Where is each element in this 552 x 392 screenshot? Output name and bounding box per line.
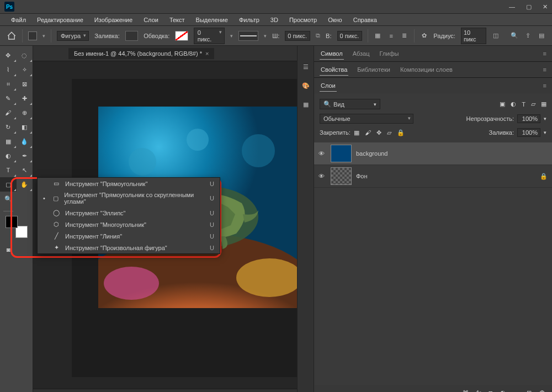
panel-menu-icon[interactable]: ≡ <box>543 50 546 57</box>
marquee-tool[interactable]: ◌ <box>17 48 33 62</box>
fill-opacity-input[interactable]: 100% <box>517 128 540 137</box>
panel-tab[interactable]: Композиции слоев <box>399 64 454 75</box>
home-icon[interactable] <box>7 30 17 41</box>
menu-Окно[interactable]: Окно <box>323 15 347 24</box>
wand-tool[interactable]: ✧ <box>17 62 33 77</box>
filter-smart-icon[interactable]: ▦ <box>541 100 546 108</box>
pen-tool[interactable]: ✒ <box>17 149 33 163</box>
share-icon[interactable]: ⇪ <box>524 31 532 40</box>
link-layers-icon[interactable]: ⌘ <box>463 389 469 393</box>
panel-tab[interactable]: Абзац <box>352 48 371 59</box>
lock-pixels-icon[interactable]: ▦ <box>354 129 359 136</box>
fill-swatch[interactable] <box>125 31 138 41</box>
stroke-style[interactable] <box>238 31 258 41</box>
flyout-item[interactable]: ✦Инструмент "Произвольная фигура"U <box>38 242 220 253</box>
workspace-icon[interactable]: ▤ <box>538 31 545 40</box>
eyedropper-tool[interactable]: ✎ <box>0 91 17 105</box>
link-wh-icon[interactable]: ⧉ <box>316 32 320 39</box>
flyout-item[interactable]: ⬡Инструмент "Многоугольник"U <box>38 219 220 230</box>
search-icon[interactable]: 🔍 <box>511 31 518 40</box>
panel-tab[interactable]: Свойства <box>320 64 348 76</box>
zoom-tool[interactable]: 🔍 <box>0 192 17 206</box>
menu-Справка[interactable]: Справка <box>349 15 381 24</box>
shape-tool[interactable]: ▢ <box>0 177 17 192</box>
group-icon[interactable]: ▭ <box>513 389 519 393</box>
menu-Файл[interactable]: Файл <box>7 15 30 24</box>
stroke-swatch[interactable] <box>175 31 188 41</box>
width-input[interactable]: 0 пикс. <box>285 31 310 41</box>
lock-artboard-icon[interactable]: ▱ <box>387 129 391 136</box>
filter-image-icon[interactable]: ▣ <box>500 100 505 108</box>
swatches-icon[interactable]: 🎨 <box>301 81 310 90</box>
flyout-item[interactable]: ◯Инструмент "Эллипс"U <box>38 207 220 219</box>
document-tab[interactable]: Без имени-1 @ 44,7% (background, RGB/8#)… <box>68 48 214 59</box>
type-tool[interactable]: T <box>0 163 17 177</box>
eraser-tool[interactable]: ◧ <box>17 120 33 134</box>
filter-shape-icon[interactable]: ▱ <box>531 100 535 108</box>
panel-tab[interactable]: Символ <box>320 48 344 60</box>
panel-menu-icon[interactable]: ≡ <box>543 66 546 73</box>
height-input[interactable]: 0 пикс. <box>337 31 363 41</box>
lock-position-icon[interactable]: ✥ <box>376 129 381 136</box>
layer-name[interactable]: background <box>356 150 388 157</box>
mask-icon[interactable]: ◙ <box>489 389 492 392</box>
quickmask-tool[interactable]: ◙ <box>0 242 17 257</box>
path-select-tool[interactable]: ↖ <box>17 163 33 177</box>
maximize-icon[interactable]: ▢ <box>526 3 532 10</box>
menu-Выделение[interactable]: Выделение <box>192 15 232 24</box>
fx-icon[interactable]: fx <box>476 389 481 392</box>
menu-Просмотр[interactable]: Просмотр <box>285 15 321 24</box>
layer-thumbnail[interactable] <box>331 167 352 185</box>
lock-brush-icon[interactable]: 🖌 <box>365 129 371 136</box>
dodge-tool[interactable]: ◐ <box>0 149 17 163</box>
layer-row[interactable]: 👁background <box>314 142 552 165</box>
tool-preset-icon[interactable] <box>28 31 37 40</box>
gear-icon[interactable]: ✿ <box>420 31 428 40</box>
blend-mode-dropdown[interactable]: Обычные <box>320 114 413 124</box>
layer-filter-dropdown[interactable]: 🔍Вид▾ <box>320 99 380 109</box>
filter-adjust-icon[interactable]: ◐ <box>511 100 516 108</box>
shape-mode-dropdown[interactable]: Фигура <box>57 31 89 41</box>
menu-3D[interactable]: 3D <box>266 15 283 24</box>
menu-Редактирование[interactable]: Редактирование <box>33 15 88 24</box>
lock-all-icon[interactable]: 🔒 <box>397 129 405 136</box>
adjustments-icon[interactable]: ☰ <box>301 62 310 71</box>
layers-tab[interactable]: Слои <box>320 80 337 92</box>
close-icon[interactable]: ✕ <box>543 3 548 10</box>
flyout-item[interactable]: •▢Инструмент "Прямоугольник со скругленн… <box>38 189 220 207</box>
align-icon[interactable]: ≡ <box>388 31 395 40</box>
panel-tab[interactable]: Библиотеки <box>356 64 391 75</box>
adjustment-layer-icon[interactable]: ◐ <box>500 389 506 393</box>
hand-tool[interactable]: ✋ <box>17 177 33 192</box>
color-swatches[interactable] <box>6 216 28 238</box>
filter-type-icon[interactable]: T <box>522 101 526 108</box>
layer-thumbnail[interactable] <box>331 145 352 162</box>
menu-Фильтр[interactable]: Фильтр <box>235 15 264 24</box>
visibility-icon[interactable]: 👁 <box>319 150 326 157</box>
menu-Изображение[interactable]: Изображение <box>90 15 137 24</box>
new-layer-icon[interactable]: ⊞ <box>527 389 532 393</box>
heal-tool[interactable]: ✚ <box>17 91 33 105</box>
lasso-tool[interactable]: ⌇ <box>0 62 17 77</box>
brush-tool[interactable]: 🖌 <box>0 105 17 120</box>
panel-menu-icon[interactable]: ≡ <box>543 82 546 89</box>
libraries-icon[interactable]: ▦ <box>301 100 310 109</box>
gradient-tool[interactable]: ▦ <box>0 134 17 149</box>
flyout-item[interactable]: ╱Инструмент "Линия"U <box>38 230 220 242</box>
path-op-icon[interactable]: ▦ <box>374 31 381 40</box>
visibility-icon[interactable]: 👁 <box>319 173 326 179</box>
menu-Текст[interactable]: Текст <box>165 15 189 24</box>
delete-layer-icon[interactable]: 🗑 <box>539 389 545 392</box>
menu-Слои[interactable]: Слои <box>139 15 163 24</box>
flyout-item[interactable]: ▭Инструмент "Прямоугольник"U <box>38 178 220 189</box>
opacity-input[interactable]: 100% <box>517 114 540 123</box>
stamp-tool[interactable]: ⊕ <box>17 105 33 120</box>
panel-tab[interactable]: Глифы <box>379 48 400 59</box>
layer-name[interactable]: Фон <box>356 173 368 179</box>
arrange-icon[interactable]: ≣ <box>401 31 408 40</box>
layer-row[interactable]: 👁Фон🔒 <box>314 165 552 188</box>
crop-tool[interactable]: ⌗ <box>0 77 17 91</box>
radius-input[interactable]: 10 пикс <box>461 28 486 44</box>
align-edges-icon[interactable]: ◫ <box>492 31 500 40</box>
stroke-size[interactable]: 0 пикс. <box>194 28 225 44</box>
